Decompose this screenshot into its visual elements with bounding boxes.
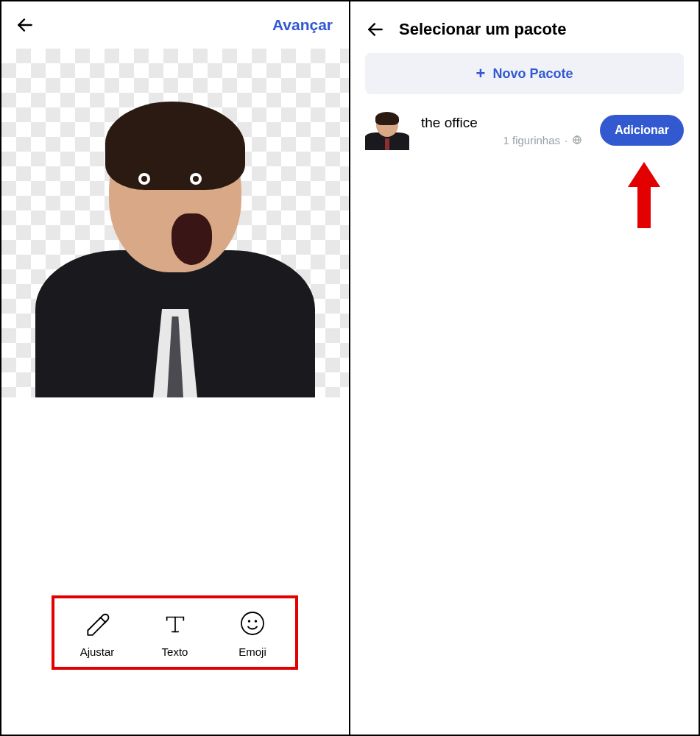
text-icon <box>160 609 190 638</box>
pack-thumbnail <box>365 110 409 150</box>
editor-header: Avançar <box>1 1 349 49</box>
svg-point-1 <box>241 612 264 634</box>
back-button[interactable] <box>15 15 35 35</box>
select-pack-screen: Selecionar um pacote + Novo Pacote the o… <box>350 1 699 735</box>
sticker-canvas[interactable] <box>1 49 349 397</box>
tool-emoji[interactable]: Emoji <box>223 609 282 658</box>
tool-emoji-label: Emoji <box>238 645 266 658</box>
svg-point-3 <box>255 620 257 622</box>
add-to-pack-button[interactable]: Adicionar <box>600 115 684 146</box>
page-title: Selecionar um pacote <box>399 20 566 39</box>
tool-text-label: Texto <box>162 645 188 658</box>
svg-marker-6 <box>628 162 660 228</box>
pack-list-item[interactable]: the office 1 figurinhas · Adicionar <box>350 94 699 166</box>
pack-count-label: 1 figurinhas <box>503 134 560 146</box>
plus-icon: + <box>476 66 486 82</box>
select-pack-header: Selecionar um pacote <box>350 1 699 53</box>
separator-dot: · <box>565 134 568 146</box>
new-pack-label: Novo Pacote <box>492 66 573 82</box>
back-arrow-icon <box>366 20 385 39</box>
brush-icon <box>82 609 112 638</box>
new-pack-button[interactable]: + Novo Pacote <box>365 53 684 94</box>
back-button[interactable] <box>365 19 386 40</box>
pack-subtitle: 1 figurinhas · <box>421 134 588 146</box>
tool-text[interactable]: Texto <box>146 609 205 658</box>
sticker-image[interactable] <box>35 103 315 397</box>
pack-info: the office 1 figurinhas · <box>421 115 588 146</box>
svg-point-2 <box>249 620 250 622</box>
annotation-highlight-box: Ajustar Texto Emoji <box>52 595 298 670</box>
pack-name: the office <box>421 115 588 131</box>
tool-adjust-label: Ajustar <box>80 645 115 658</box>
emoji-icon <box>238 609 267 638</box>
tool-adjust[interactable]: Ajustar <box>68 609 127 658</box>
advance-button[interactable]: Avançar <box>272 16 333 34</box>
annotation-arrow-icon <box>628 162 660 228</box>
back-arrow-icon <box>15 15 35 35</box>
editor-toolbar: Ajustar Texto Emoji <box>68 609 282 658</box>
globe-icon <box>572 135 582 145</box>
editor-screen: Avançar Ajustar <box>1 1 350 735</box>
